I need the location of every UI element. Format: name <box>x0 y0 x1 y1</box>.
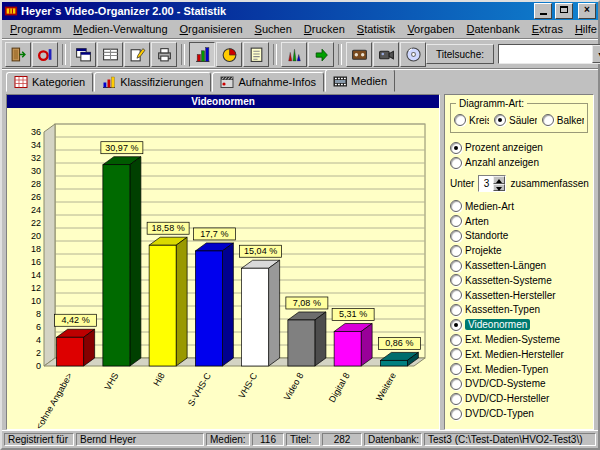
toolbar-separator <box>338 44 342 65</box>
chart-bar-button[interactable] <box>189 42 215 67</box>
camera-button[interactable] <box>373 42 399 67</box>
svg-text:S-VHS-C: S-VHS-C <box>186 371 213 408</box>
menu-suchen[interactable]: Suchen <box>249 21 298 37</box>
radio-medien-art[interactable]: Medien-Art <box>450 199 588 214</box>
windows-button[interactable] <box>70 42 96 67</box>
svg-text:30,97 %: 30,97 % <box>105 143 138 153</box>
export-button[interactable] <box>308 42 334 67</box>
menu-extras[interactable]: Extras <box>526 21 569 37</box>
radio-ext-medien-hersteller[interactable]: Ext. Medien-Hersteller <box>450 347 588 362</box>
radio-videonormen[interactable]: Videonormen <box>450 317 588 332</box>
notes-icon <box>248 46 265 63</box>
tab-klassifizierungen[interactable]: Klassifizierungen <box>94 72 211 92</box>
svg-text:6: 6 <box>36 322 41 332</box>
options-panel: Diagramm-Art: KreisSäulenBalken Prozent … <box>444 94 594 430</box>
radio-kassetten-systeme[interactable]: Kassetten-Systeme <box>450 273 588 288</box>
maximize-button[interactable] <box>555 3 573 19</box>
video-tape-button[interactable] <box>346 42 372 67</box>
menu-organisieren[interactable]: Organisieren <box>174 21 249 37</box>
radio-anzahl-anzeigen[interactable]: Anzahl anzeigen <box>450 155 588 170</box>
cd-button[interactable] <box>400 42 426 67</box>
svg-text:30: 30 <box>31 166 41 176</box>
svg-text:15,04 %: 15,04 % <box>244 246 277 256</box>
pens-button[interactable] <box>281 42 307 67</box>
svg-text:Video 8: Video 8 <box>282 371 306 402</box>
radio-prozent-anzeigen[interactable]: Prozent anzeigen <box>450 140 588 155</box>
unter-label: Unter <box>450 178 474 189</box>
radio-label: Arten <box>465 216 489 227</box>
minimize-button[interactable] <box>534 3 552 19</box>
spinner-up-icon[interactable] <box>493 176 505 184</box>
app-icon <box>4 4 18 18</box>
titelsuche-button[interactable]: Titelsuche: <box>426 44 494 64</box>
table-icon <box>102 46 119 63</box>
edit-button[interactable] <box>124 42 150 67</box>
radio-label: Ext. Medien-Typen <box>465 364 548 375</box>
chart-bar-icon <box>194 46 211 63</box>
menu-drucken[interactable]: Drucken <box>298 21 351 37</box>
tab-aufnahme-infos[interactable]: Aufnahme-Infos <box>212 72 324 92</box>
table-button[interactable] <box>97 42 123 67</box>
radio-icon <box>450 334 462 346</box>
svg-text:VHS: VHS <box>103 371 121 392</box>
radio-kassetten-l-ngen[interactable]: Kassetten-Längen <box>450 258 588 273</box>
print-button[interactable] <box>151 42 177 67</box>
radio-dvd-cd-systeme[interactable]: DVD/CD-Systeme <box>450 377 588 392</box>
radio-ext-medien-typen[interactable]: Ext. Medien-Typen <box>450 362 588 377</box>
radio-kassetten-typen[interactable]: Kassetten-Typen <box>450 303 588 318</box>
radio-balken[interactable]: Balken <box>542 113 584 127</box>
close-button[interactable]: × <box>578 3 596 19</box>
menu-hilfe[interactable]: Hilfe <box>569 21 600 37</box>
radio-label: Balken <box>557 115 584 126</box>
print-icon <box>156 46 173 63</box>
svg-text:32: 32 <box>31 153 41 163</box>
radio-ext-medien-systeme[interactable]: Ext. Medien-Systeme <box>450 332 588 347</box>
menu-statistik[interactable]: Statistik <box>351 21 402 37</box>
title-bar: Heyer`s Video-Organizer 2.00 - Statistik… <box>2 2 598 20</box>
svg-text:10: 10 <box>31 296 41 306</box>
radio-label: Kreis <box>469 115 489 126</box>
exit-button[interactable] <box>5 42 31 67</box>
radio-icon <box>450 393 462 405</box>
radio-standorte[interactable]: Standorte <box>450 229 588 244</box>
spinner-down-icon[interactable] <box>493 184 505 192</box>
menu-medien-verwaltung[interactable]: Medien-Verwaltung <box>67 21 173 37</box>
media-management-button[interactable] <box>32 42 58 67</box>
menu-vorgaben[interactable]: Vorgaben <box>401 21 460 37</box>
threshold-spinner[interactable]: 3 <box>478 175 506 192</box>
svg-text:Hi8: Hi8 <box>151 371 166 388</box>
tab-kategorien[interactable]: Kategorien <box>6 72 93 92</box>
titelsuche-input[interactable] <box>499 45 592 63</box>
radio-kreis[interactable]: Kreis <box>454 113 489 127</box>
menu-programm[interactable]: Programm <box>4 21 67 37</box>
radio-s-ulen[interactable]: Säulen <box>494 113 537 127</box>
tab-medien[interactable]: Medien <box>325 69 395 92</box>
radio-icon <box>450 408 462 420</box>
chart-pie-button[interactable] <box>216 42 242 67</box>
tab-label: Aufnahme-Infos <box>238 76 316 88</box>
chart-pie-icon <box>221 46 238 63</box>
chart-panel: Videonormen 0246810121416182022242628303… <box>6 94 440 430</box>
toolbar-separator <box>62 44 66 65</box>
radio-projekte[interactable]: Projekte <box>450 243 588 258</box>
klassifizierungen-icon <box>102 75 116 89</box>
menu-datenbank[interactable]: Datenbank <box>460 21 525 37</box>
radio-arten[interactable]: Arten <box>450 214 588 229</box>
notes-button[interactable] <box>243 42 269 67</box>
datenbank-label: Datenbank: <box>364 433 422 446</box>
exit-icon <box>10 46 27 63</box>
combo-dropdown-icon[interactable]: ▼ <box>592 45 600 63</box>
radio-dvd-cd-typen[interactable]: DVD/CD-Typen <box>450 406 588 421</box>
radio-icon <box>542 114 554 126</box>
radio-dvd-cd-hersteller[interactable]: DVD/CD-Hersteller <box>450 391 588 406</box>
toolbar-search-area: Titelsuche: ▼ <box>426 44 600 64</box>
radio-kassetten-hersteller[interactable]: Kassetten-Hersteller <box>450 288 588 303</box>
radio-icon <box>450 304 462 316</box>
registered-user: Bernd Heyer <box>76 433 204 446</box>
svg-text:12: 12 <box>31 283 41 293</box>
svg-text:Weitere: Weitere <box>374 371 398 403</box>
svg-text:28: 28 <box>31 179 41 189</box>
media-management-icon <box>37 46 54 63</box>
edit-icon <box>129 46 146 63</box>
bar-chart: 0246810121416182022242628303234364,42 %<… <box>7 108 439 429</box>
